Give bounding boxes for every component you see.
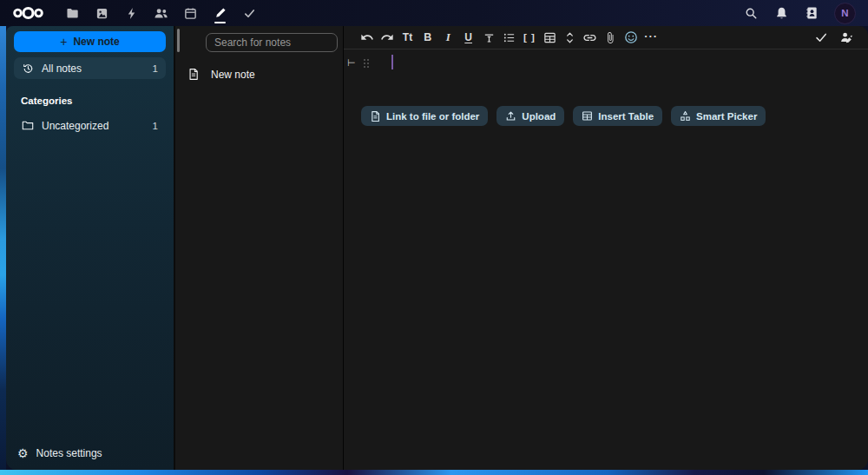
drag-handle-icon[interactable] <box>364 59 369 68</box>
bullet-list-icon <box>503 31 516 44</box>
unfold-icon <box>564 31 575 44</box>
nextcloud-logo-icon <box>12 5 44 21</box>
categories-heading: Categories <box>6 96 174 111</box>
list-scrollbar[interactable] <box>177 29 180 52</box>
user-avatar[interactable]: N <box>834 3 856 24</box>
check-icon <box>243 7 256 20</box>
redo-icon <box>380 30 394 44</box>
contacts-menu-button[interactable] <box>804 0 819 26</box>
sidebar-spacer <box>6 136 174 439</box>
pencil-icon <box>214 7 227 19</box>
italic-icon: I <box>446 30 450 44</box>
all-notes-count: 1 <box>153 63 158 74</box>
new-note-button[interactable]: + New note <box>14 31 166 52</box>
active-sessions-button[interactable] <box>837 28 857 48</box>
table-button[interactable] <box>540 28 560 48</box>
category-count: 1 <box>153 121 158 131</box>
unified-search-button[interactable] <box>743 0 759 26</box>
bold-icon: B <box>424 31 431 43</box>
photos-icon <box>95 7 108 20</box>
plus-icon: + <box>60 36 67 48</box>
code-block-icon: [ ] <box>523 32 536 43</box>
more-options-button[interactable]: ··· <box>641 28 661 48</box>
block-controls: ⊢ <box>347 58 369 68</box>
underline-button[interactable]: U <box>458 28 478 48</box>
code-block-button[interactable]: [ ] <box>519 28 539 48</box>
link-icon <box>582 30 597 45</box>
app-photos-button[interactable] <box>95 0 109 26</box>
table-icon <box>543 31 556 44</box>
app-tasks-button[interactable] <box>242 0 257 26</box>
lightning-icon <box>126 7 137 20</box>
folder-outline-icon <box>22 120 34 131</box>
search-icon <box>745 7 758 20</box>
saved-status[interactable] <box>811 28 831 48</box>
undo-icon <box>360 30 374 44</box>
background-image-left-strip <box>0 26 6 470</box>
ellipsis-icon: ··· <box>644 30 658 46</box>
link-button[interactable] <box>580 28 600 48</box>
editor-content-area[interactable]: ⊢ Link to file or folder Upload <box>344 49 868 470</box>
background-image-bottom-strip <box>0 470 868 475</box>
bullet-list-button[interactable] <box>499 28 519 48</box>
top-header-bar: N <box>0 0 868 26</box>
contacts-icon <box>154 7 168 20</box>
file-icon <box>370 110 381 122</box>
sidebar-item-all-notes[interactable]: All notes 1 <box>14 57 166 79</box>
app-contacts-button[interactable] <box>154 0 168 26</box>
italic-button[interactable]: I <box>438 28 458 48</box>
redo-button[interactable] <box>377 28 397 48</box>
underline-icon: U <box>464 31 472 43</box>
attachment-button[interactable] <box>601 28 621 48</box>
smart-picker-label: Smart Picker <box>696 111 757 122</box>
history-icon <box>22 63 34 75</box>
sidebar-item-uncategorized[interactable]: Uncategorized 1 <box>14 115 166 136</box>
notes-sidebar: + New note All notes 1 Categories Uncate… <box>6 26 174 470</box>
app-calendar-button[interactable] <box>183 0 198 26</box>
insert-table-button[interactable]: Insert Table <box>573 106 662 126</box>
app-notes-button[interactable] <box>213 0 227 26</box>
app-files-button[interactable] <box>65 0 80 26</box>
text-style-icon: Tt <box>403 31 412 43</box>
notifications-button[interactable] <box>773 0 789 26</box>
avatar-initial: N <box>841 8 848 18</box>
link-to-file-button[interactable]: Link to file or folder <box>361 106 488 126</box>
search-notes-input[interactable] <box>206 33 338 52</box>
quick-insert-buttons: Link to file or folder Upload Insert Tab… <box>361 106 766 126</box>
text-style-button[interactable]: Tt <box>398 28 418 48</box>
app-navigation <box>65 0 257 26</box>
notes-settings-label: Notes settings <box>36 447 102 459</box>
unfold-button[interactable] <box>560 28 580 48</box>
note-file-icon <box>187 68 200 81</box>
paperclip-icon <box>604 31 616 44</box>
sessions-people-icon <box>839 30 854 44</box>
notes-list-panel: New note <box>174 26 343 470</box>
upload-icon <box>505 110 516 122</box>
strikethrough-button[interactable] <box>478 28 498 48</box>
upload-label: Upload <box>522 111 556 122</box>
emoji-button[interactable] <box>621 28 641 48</box>
upload-button[interactable]: Upload <box>496 106 564 126</box>
undo-button[interactable] <box>357 28 377 48</box>
bell-icon <box>775 6 788 20</box>
insert-block-marker[interactable]: ⊢ <box>347 58 356 68</box>
calendar-icon <box>184 7 197 20</box>
editor-toolbar: Tt B I U [ ] <box>344 26 868 49</box>
editor-panel: Tt B I U [ ] <box>343 26 868 470</box>
emoji-icon <box>624 30 638 44</box>
nextcloud-logo[interactable] <box>12 5 44 21</box>
folder-icon <box>66 7 79 20</box>
app-activity-button[interactable] <box>124 0 139 26</box>
strikethrough-icon <box>483 31 496 44</box>
insert-table-icon <box>582 110 593 122</box>
header-right-actions: N <box>743 0 856 26</box>
app-content: + New note All notes 1 Categories Uncate… <box>6 26 868 470</box>
smart-picker-button[interactable]: Smart Picker <box>671 106 766 126</box>
saved-check-icon <box>814 30 828 44</box>
toolbar-status-area <box>811 28 857 48</box>
smart-picker-icon <box>680 110 691 122</box>
bold-button[interactable]: B <box>418 28 437 48</box>
notes-settings-button[interactable]: ⚙ Notes settings <box>6 439 174 470</box>
note-title: New note <box>211 69 255 81</box>
note-list-item[interactable]: New note <box>175 63 343 86</box>
